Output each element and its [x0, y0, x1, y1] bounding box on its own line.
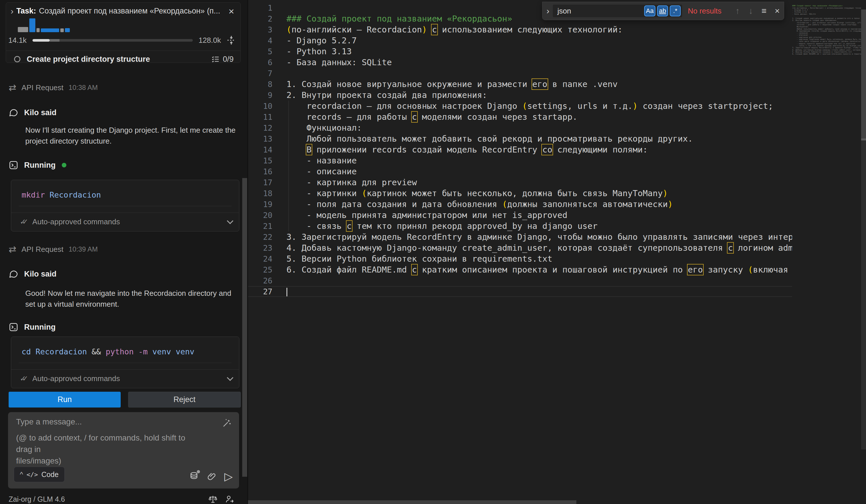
line-number: 10	[248, 102, 273, 111]
minimap[interactable]: ### Создай проект под названием «Рекорда…	[792, 3, 861, 261]
run-button[interactable]: Run	[9, 392, 121, 407]
line-content[interactable]: (по-английски — Recordacion) с использов…	[273, 25, 623, 34]
vertical-scrollbar-thumb[interactable]	[861, 10, 866, 141]
api-request-row[interactable]: ⇄ API Request 10:38 AM	[9, 83, 241, 92]
code-editor[interactable]: 12### Создай проект под названием «Рекор…	[248, 0, 866, 504]
editor-line[interactable]: 223. Зарегистрируй модель RecordEntry в …	[248, 232, 792, 242]
editor-line[interactable]: 4- Django 5.2.7	[248, 35, 792, 46]
context-database-icon[interactable]	[189, 471, 199, 482]
editor-lines[interactable]: 12### Создай проект под названием «Рекор…	[248, 2, 792, 297]
line-content[interactable]: 3. Зарегистрируй модель RecordEntry в ад…	[273, 232, 792, 242]
editor-line[interactable]: 27	[248, 286, 792, 297]
toggle-replace-chevron-icon[interactable]: ›	[543, 6, 553, 16]
code-text: - База данных: SQLite	[287, 57, 392, 67]
compare-scale-icon[interactable]	[208, 494, 218, 504]
find-in-selection-icon[interactable]: ≡	[757, 6, 770, 16]
close-find-icon[interactable]: ×	[770, 6, 784, 16]
api-request-row[interactable]: ⇄ API Request 10:39 AM	[9, 244, 241, 254]
mode-selector[interactable]: ^ </> Code	[14, 467, 65, 482]
line-content[interactable]: - Django 5.2.7	[273, 36, 357, 45]
double-check-icon: ✓✓	[20, 217, 28, 226]
line-content[interactable]	[273, 287, 287, 296]
auto-approved-row[interactable]: ✓✓ Auto-approved commands	[11, 370, 239, 388]
attach-file-icon[interactable]	[207, 471, 217, 482]
find-input[interactable]: json Aa ab .*	[553, 4, 682, 17]
model-selector[interactable]: Zai-org / GLM 4.6	[9, 495, 208, 503]
editor-line[interactable]: 20 - модель принята администратором или …	[248, 210, 792, 221]
line-content[interactable]: 5. Версии Python библиотек сохрани в req…	[273, 254, 552, 264]
editor-line[interactable]: 6- База данных: SQLite	[248, 57, 792, 68]
line-content[interactable]: 6. Создай файл README.md с кратким описа…	[273, 265, 792, 275]
line-content[interactable]: - название	[273, 156, 357, 165]
editor-line[interactable]: 15 - название	[248, 155, 792, 166]
editor-line[interactable]: 11 records — для работы с моделями созда…	[248, 111, 792, 122]
task-header[interactable]: › Task: Создай проект под названием «Рек…	[6, 3, 241, 16]
condense-context-icon[interactable]	[225, 34, 237, 46]
find-query[interactable]: json	[557, 7, 644, 15]
editor-line[interactable]: 256. Создай файл README.md с кратким опи…	[248, 264, 792, 275]
previous-match-icon[interactable]: ↑	[731, 6, 744, 16]
code-text: settings, urls и т.д.	[527, 101, 633, 111]
chevron-down-icon[interactable]	[227, 218, 234, 224]
message-composer[interactable]: Type a message... (@ to add context, / f…	[8, 412, 239, 489]
line-content[interactable]: - описание	[273, 167, 357, 176]
editor-line[interactable]: 3(по-английски — Recordacion) с использо…	[248, 24, 792, 35]
editor-line[interactable]: 16 - описание	[248, 166, 792, 177]
double-check-icon: ✓✓	[20, 374, 28, 383]
editor-line[interactable]: 17 - картинка для preview	[248, 177, 792, 188]
chevron-right-icon[interactable]: ›	[11, 7, 13, 15]
line-content[interactable]: - картинки (картинок может быть нескольк…	[273, 188, 668, 198]
line-number: 11	[248, 113, 273, 122]
line-content[interactable]: - поля дата создания и дата обновления (…	[273, 199, 673, 209]
editor-line[interactable]: 12 Функционал:	[248, 122, 792, 133]
line-content[interactable]: - картинка для preview	[273, 178, 417, 187]
line-content[interactable]: 2. Внутри проекта создай два приложения:	[273, 90, 487, 100]
command-text[interactable]: cd Recordacion && python -m venv venv	[11, 337, 239, 363]
editor-line[interactable]: 13 Любой пользователь может добавить сво…	[248, 133, 792, 144]
editor-line[interactable]: 10 recordacion — для основных настроек D…	[248, 101, 792, 111]
auto-approved-row[interactable]: ✓✓ Auto-approved commands	[11, 213, 239, 231]
regex-toggle[interactable]: .*	[670, 5, 681, 16]
editor-line[interactable]: 26	[248, 275, 792, 286]
editor-line[interactable]: 245. Версии Python библиотек сохрани в r…	[248, 253, 792, 264]
line-content[interactable]: records — для работы с моделями создан ч…	[273, 112, 578, 122]
horizontal-scrollbar-thumb[interactable]	[248, 500, 576, 504]
editor-line[interactable]: 18 - картинки (картинок может быть неско…	[248, 188, 792, 199]
close-task-icon[interactable]: ×	[227, 7, 235, 15]
chevron-down-icon[interactable]	[227, 374, 234, 381]
profile-feedback-icon[interactable]	[225, 494, 234, 504]
line-content[interactable]: В приложении records создай модель Recor…	[273, 145, 648, 155]
line-content[interactable]: ### Создай проект под названием «Рекорда…	[273, 14, 512, 24]
reject-button[interactable]: Reject	[128, 392, 241, 407]
enhance-prompt-icon[interactable]	[222, 418, 232, 428]
line-number: 25	[248, 265, 273, 274]
line-content[interactable]: recordacion — для основных настроек Djan…	[273, 101, 773, 111]
todo-row[interactable]: Create project directory structure 0/9	[6, 51, 241, 67]
line-content[interactable]: - связь с тем кто принял рекорд approved…	[273, 221, 598, 231]
line-content[interactable]: 1. Создай новое виртуальное окружение и …	[273, 79, 618, 89]
vertical-scrollbar-track[interactable]	[861, 141, 866, 449]
command-box: cd Recordacion && python -m venv venv ✓✓…	[11, 337, 239, 388]
line-content[interactable]: Любой пользователь может добавить свой р…	[273, 134, 693, 144]
match-case-toggle[interactable]: Aa	[644, 5, 655, 16]
editor-line[interactable]: 81. Создай новое виртуальное окружение и…	[248, 79, 792, 90]
next-match-icon[interactable]: ↓	[744, 6, 757, 16]
editor-line[interactable]: 234. Добавь кастомную Django-команду cre…	[248, 242, 792, 253]
line-content[interactable]: - База данных: SQLite	[273, 57, 392, 67]
markdown-heading: ### Создай проект под названием «Рекорда…	[287, 14, 512, 24]
editor-line[interactable]: 19 - поля дата создания и дата обновлени…	[248, 199, 792, 210]
line-content[interactable]: - Python 3.13	[273, 46, 352, 56]
whole-word-toggle[interactable]: ab	[657, 5, 668, 16]
editor-line[interactable]: 92. Внутри проекта создай два приложения…	[248, 90, 792, 101]
editor-line[interactable]: 14 В приложении records создай модель Re…	[248, 144, 792, 155]
editor-line[interactable]: 5- Python 3.13	[248, 46, 792, 57]
send-icon[interactable]: ▷	[224, 472, 233, 481]
message-input-placeholder[interactable]: Type a message...	[16, 417, 82, 426]
editor-line[interactable]: 7	[248, 68, 792, 79]
line-content[interactable]: 4. Добавь кастомную Django-команду creat…	[273, 243, 792, 253]
line-content[interactable]: Функционал:	[273, 123, 362, 133]
line-content[interactable]: - модель принята администратором или нет…	[273, 210, 567, 220]
editor-line[interactable]: 21 - связь с тем кто принял рекорд appro…	[248, 221, 792, 232]
sidebar-scrollbar[interactable]	[242, 178, 247, 477]
command-text[interactable]: mkdir Recordacion	[11, 180, 239, 206]
